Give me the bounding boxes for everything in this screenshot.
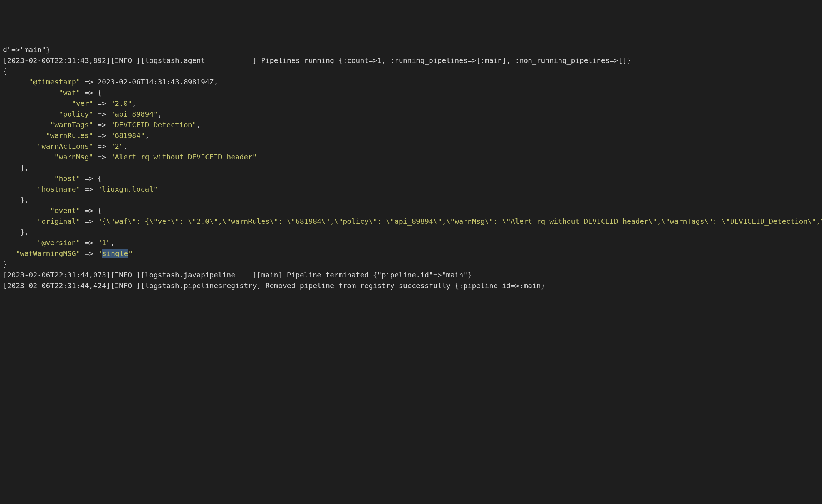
json-close-brace: } [3,260,7,268]
json-open-brace: { [3,67,7,75]
highlighted-selection: single [102,249,128,258]
hostname-line: "hostname" => "liuxgm.local" [3,185,158,193]
waf-warnmsg: "warnMsg" => "Alert rq without DEVICEID … [3,153,257,161]
log-line-removed-pipeline: [2023-02-06T22:31:44,424][INFO ][logstas… [3,281,545,290]
atversion-line: "@version" => "1", [3,238,115,247]
waf-open: "waf" => { [3,88,102,97]
log-line-prior: d"=>"main"} [3,45,50,54]
wafwarningmsg-line: "wafWarningMSG" => "single" [3,249,133,258]
waf-policy: "policy" => "api_89894", [3,110,162,118]
event-close: }, [3,228,29,236]
timestamp-line: "@timestamp" => 2023-02-06T14:31:43.8981… [3,78,218,86]
waf-ver: "ver" => "2.0", [3,99,136,108]
event-open: "event" => { [3,206,102,215]
waf-warnrules: "warnRules" => "681984", [3,131,149,140]
waf-warnactions: "warnActions" => "2", [3,142,128,150]
terminal-output[interactable]: d"=>"main"} [2023-02-06T22:31:43,892][IN… [3,44,819,291]
log-line-pipeline-terminated: [2023-02-06T22:31:44,073][INFO ][logstas… [3,271,472,279]
waf-warntags: "warnTags" => "DEVICEID_Detection", [3,120,201,129]
host-close: }, [3,196,29,204]
log-line-pipelines-running: [2023-02-06T22:31:43,892][INFO ][logstas… [3,56,631,65]
event-original: "original" => "{\"waf\": {\"ver\": \"2.0… [3,217,822,226]
host-open: "host" => { [3,174,102,183]
waf-close: }, [3,163,29,172]
